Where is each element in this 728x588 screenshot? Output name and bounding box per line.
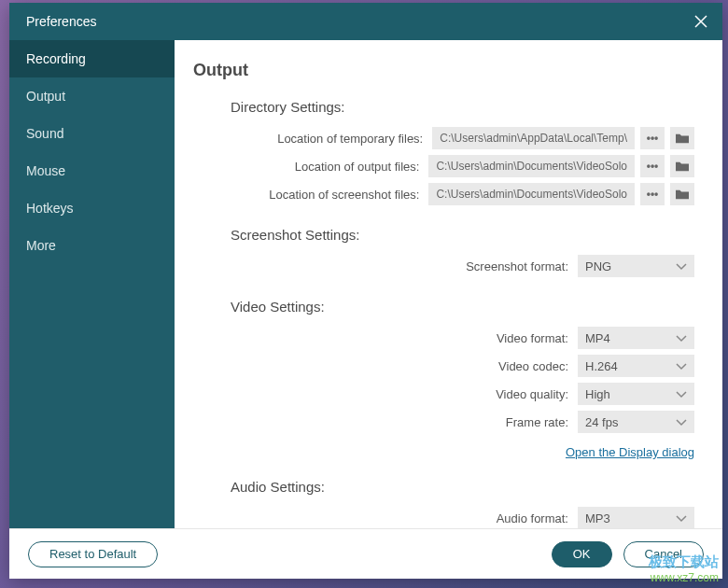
- sidebar-item-more[interactable]: More: [9, 227, 175, 264]
- row-temp-files: Location of temporary files: C:\Users\ad…: [175, 124, 722, 152]
- sidebar-item-sound[interactable]: Sound: [9, 115, 175, 152]
- more-icon[interactable]: •••: [640, 155, 665, 177]
- label-frame-rate: Frame rate:: [175, 415, 578, 429]
- chevron-down-icon: [676, 331, 687, 345]
- chevron-down-icon: [676, 259, 687, 273]
- sidebar-item-hotkeys[interactable]: Hotkeys: [9, 189, 175, 227]
- link-row: Open the Display dialog: [175, 436, 722, 460]
- select-audio-format[interactable]: MP3: [578, 507, 694, 528]
- path-output-files[interactable]: C:\Users\admin\Documents\VideoSolo: [428, 155, 635, 177]
- close-icon[interactable]: [693, 13, 709, 30]
- ok-button[interactable]: OK: [552, 541, 612, 567]
- chevron-down-icon: [676, 387, 687, 401]
- label-audio-format: Audio format:: [175, 511, 578, 525]
- select-video-quality[interactable]: High: [578, 383, 694, 405]
- sidebar-item-label: Sound: [26, 126, 63, 141]
- label-video-codec: Video codec:: [175, 359, 578, 373]
- chevron-down-icon: [676, 415, 687, 429]
- folder-icon[interactable]: [670, 127, 694, 149]
- group-title-screenshot: Screenshot Settings:: [175, 227, 722, 243]
- select-value: 24 fps: [585, 415, 618, 429]
- row-video-format: Video format: MP4: [175, 324, 722, 352]
- sidebar: Recording Output Sound Mouse Hotkeys Mor…: [9, 40, 175, 528]
- row-screenshot-files: Location of screenshot files: C:\Users\a…: [175, 180, 722, 208]
- more-icon[interactable]: •••: [640, 183, 665, 205]
- label-video-quality: Video quality:: [175, 387, 578, 401]
- select-video-format[interactable]: MP4: [578, 327, 694, 349]
- path-screenshot-files[interactable]: C:\Users\admin\Documents\VideoSolo: [428, 183, 635, 205]
- row-video-quality: Video quality: High: [175, 380, 722, 408]
- label-output-files: Location of output files:: [175, 160, 428, 174]
- content-panel: Output Directory Settings: Location of t…: [175, 40, 722, 528]
- preferences-window: Preferences Recording Output Sound Mouse…: [9, 3, 722, 579]
- button-label: Cancel: [645, 547, 682, 561]
- label-screenshot-format: Screenshot format:: [175, 259, 578, 273]
- button-label: OK: [573, 547, 591, 561]
- row-video-codec: Video codec: H.264: [175, 352, 722, 380]
- select-value: H.264: [585, 359, 618, 373]
- row-output-files: Location of output files: C:\Users\admin…: [175, 152, 722, 180]
- row-audio-format: Audio format: MP3: [175, 504, 722, 528]
- label-video-format: Video format:: [175, 331, 578, 345]
- group-title-directory: Directory Settings:: [175, 99, 722, 115]
- cancel-button[interactable]: Cancel: [623, 541, 704, 567]
- sidebar-item-label: More: [26, 238, 56, 253]
- titlebar: Preferences: [9, 3, 722, 40]
- select-value: MP3: [585, 511, 610, 525]
- group-title-video: Video Settings:: [175, 299, 722, 315]
- folder-icon[interactable]: [670, 183, 694, 205]
- footer: Reset to Default OK Cancel: [9, 528, 722, 579]
- group-title-audio: Audio Settings:: [175, 479, 722, 495]
- window-title: Preferences: [26, 14, 96, 29]
- sidebar-item-label: Recording: [26, 51, 86, 66]
- select-value: PNG: [585, 259, 611, 273]
- sidebar-item-output[interactable]: Output: [9, 77, 175, 115]
- sidebar-item-label: Mouse: [26, 163, 65, 178]
- label-temp-files: Location of temporary files:: [175, 132, 432, 146]
- folder-icon[interactable]: [670, 155, 694, 177]
- sidebar-item-recording[interactable]: Recording: [9, 40, 175, 77]
- sidebar-item-label: Output: [26, 89, 65, 104]
- path-temp-files[interactable]: C:\Users\admin\AppData\Local\Temp\: [432, 127, 635, 149]
- sidebar-item-label: Hotkeys: [26, 201, 74, 216]
- window-body: Recording Output Sound Mouse Hotkeys Mor…: [9, 40, 722, 528]
- sidebar-item-mouse[interactable]: Mouse: [9, 152, 175, 189]
- select-value: High: [585, 387, 610, 401]
- select-video-codec[interactable]: H.264: [578, 355, 694, 377]
- row-screenshot-format: Screenshot format: PNG: [175, 252, 722, 280]
- select-frame-rate[interactable]: 24 fps: [578, 411, 694, 433]
- chevron-down-icon: [676, 359, 687, 373]
- select-screenshot-format[interactable]: PNG: [578, 255, 694, 277]
- button-label: Reset to Default: [49, 547, 136, 561]
- reset-to-default-button[interactable]: Reset to Default: [28, 541, 158, 567]
- more-icon[interactable]: •••: [640, 127, 665, 149]
- open-display-dialog-link[interactable]: Open the Display dialog: [566, 445, 694, 459]
- page-title: Output: [175, 61, 722, 80]
- select-value: MP4: [585, 331, 610, 345]
- label-screenshot-files: Location of screenshot files:: [175, 188, 428, 202]
- chevron-down-icon: [676, 511, 687, 525]
- row-frame-rate: Frame rate: 24 fps: [175, 408, 722, 436]
